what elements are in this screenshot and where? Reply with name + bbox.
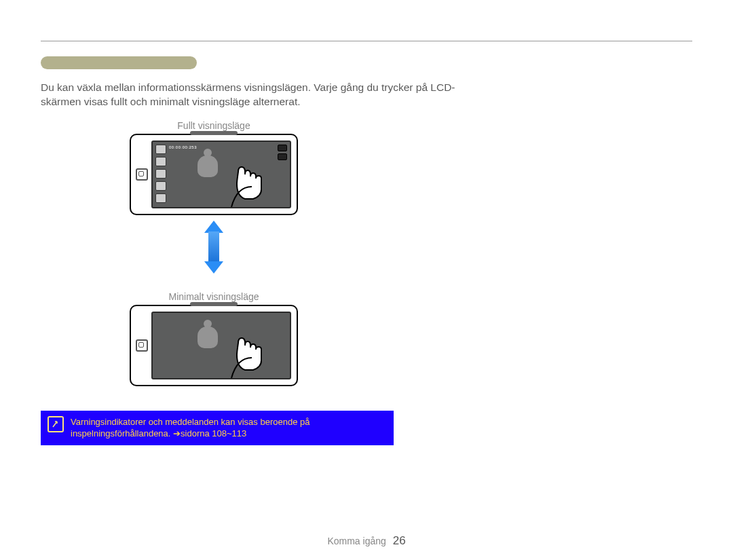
subject-silhouette-icon — [198, 320, 218, 348]
touch-hand-icon — [222, 151, 276, 207]
page-footer: Komma igång 26 — [0, 534, 733, 548]
mode-icon — [155, 157, 166, 166]
subject-silhouette-icon — [198, 149, 218, 177]
caption-full-mode: Fullt visningsläge — [122, 120, 305, 131]
battery-icon — [278, 145, 287, 151]
note-icon — [48, 416, 64, 432]
home-button-icon — [136, 339, 148, 352]
home-button-icon — [136, 168, 148, 181]
lcd-right-icons — [278, 145, 287, 160]
note-box: Varningsindikatorer och meddelanden kan … — [41, 411, 394, 445]
caption-minimal-mode: Minimalt visningsläge — [122, 291, 305, 302]
section-heading-pill — [41, 56, 197, 69]
device-minimal-mode — [130, 305, 298, 386]
device-full-mode: 00:00:00:253 — [130, 134, 298, 215]
devices-diagram: Fullt visningsläge 00:00:00:253 — [122, 120, 305, 386]
lcd-screen — [151, 312, 291, 379]
device-rail-icon — [190, 302, 238, 306]
lcd-screen: 00:00:00:253 — [151, 141, 291, 208]
body-text: Du kan växla mellan informationsskärmens… — [41, 80, 462, 109]
zoom-icon — [155, 181, 166, 191]
swap-arrow-icon — [204, 221, 223, 274]
device-rail-icon — [190, 131, 238, 135]
footer-section: Komma igång — [327, 536, 386, 546]
page-number: 26 — [393, 534, 406, 547]
note-text: Varningsindikatorer och meddelanden kan … — [71, 416, 387, 440]
lcd-left-icons — [155, 145, 166, 203]
status-icon — [155, 145, 166, 154]
camera-icon — [155, 169, 166, 179]
counter-label: 00:00:00:253 — [169, 145, 197, 149]
top-rule — [41, 41, 692, 41]
media-icon — [278, 153, 287, 160]
touch-hand-icon — [222, 322, 276, 378]
play-icon — [155, 193, 166, 203]
